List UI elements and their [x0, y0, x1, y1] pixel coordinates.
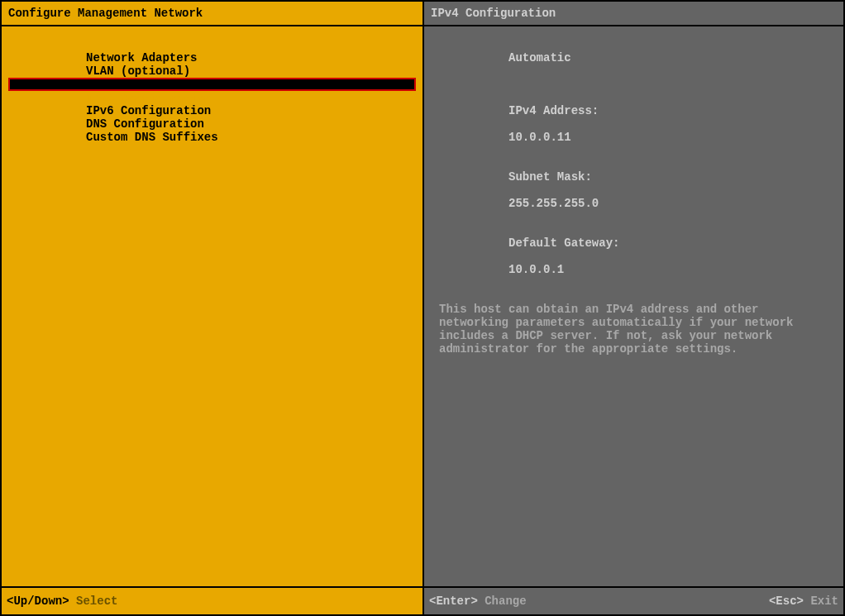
help-text: This host can obtain an IPv4 address and… — [431, 303, 828, 356]
mode-value: Automatic — [508, 51, 571, 64]
menu-item-label: IPv6 Configuration — [86, 104, 211, 117]
ipv4-address-label: IPv4 Address: — [508, 104, 599, 117]
esc-action: Exit — [810, 595, 838, 608]
enter-action: Change — [485, 595, 526, 608]
ipv4-address-value: 10.0.0.11 — [508, 131, 571, 144]
right-footer: <Enter> Change <Esc> Exit — [424, 586, 843, 614]
left-title-text: Configure Management Network — [8, 7, 203, 20]
menu-item-label: Custom DNS Suffixes — [86, 131, 218, 144]
dcui-screen: Configure Management Network Network Ada… — [0, 0, 845, 616]
right-pane-title: IPv4 Configuration — [424, 2, 843, 26]
menu-item-ipv4-config[interactable]: IPv4 Configuration — [8, 78, 416, 91]
menu-item-label: IPv4 Configuration — [86, 93, 211, 106]
menu-item-label: DNS Configuration — [86, 117, 204, 131]
right-title-text: IPv4 Configuration — [431, 7, 556, 20]
right-pane: IPv4 Configuration Automatic IPv4 Addres… — [422, 0, 845, 616]
menu-group-2: IPv4 Configuration IPv6 Configuration DN… — [8, 78, 416, 131]
help-text-content: This host can obtain an IPv4 address and… — [439, 303, 793, 356]
subnet-mask-value: 255.255.255.0 — [508, 197, 599, 210]
menu-item-label: VLAN (optional) — [86, 64, 190, 78]
detail-mode-block: Automatic — [431, 38, 837, 78]
menu-body: Network Adapters VLAN (optional) IPv4 Co… — [2, 26, 422, 586]
ipv4-address-line: IPv4 Address: 10.0.0.11 — [431, 91, 837, 157]
esc-hint: <Esc> Exit — [769, 595, 838, 608]
default-gateway-value: 10.0.0.1 — [508, 263, 564, 276]
esc-key: <Esc> — [769, 595, 804, 608]
default-gateway-label: Default Gateway: — [508, 236, 619, 250]
updown-action: Select — [76, 595, 117, 608]
menu-group-1: Network Adapters VLAN (optional) — [8, 38, 416, 64]
left-pane-title: Configure Management Network — [2, 2, 422, 26]
menu-item-label: Network Adapters — [86, 51, 197, 64]
enter-hint: <Enter> Change — [429, 595, 527, 608]
left-pane: Configure Management Network Network Ada… — [0, 0, 422, 616]
enter-key: <Enter> — [429, 595, 478, 608]
subnet-mask-line: Subnet Mask: 255.255.255.0 — [431, 157, 837, 223]
menu-item-network-adapters[interactable]: Network Adapters — [8, 38, 416, 51]
subnet-mask-label: Subnet Mask: — [508, 170, 592, 184]
detail-network-block: IPv4 Address: 10.0.0.11 Subnet Mask: 255… — [431, 91, 837, 289]
left-footer: <Up/Down> Select — [2, 586, 422, 614]
default-gateway-line: Default Gateway: 10.0.0.1 — [431, 223, 837, 289]
detail-body: Automatic IPv4 Address: 10.0.0.11 Subnet… — [424, 26, 843, 586]
updown-key: <Up/Down> — [7, 595, 69, 608]
updown-hint: <Up/Down> Select — [7, 595, 117, 608]
detail-mode: Automatic — [431, 38, 837, 78]
